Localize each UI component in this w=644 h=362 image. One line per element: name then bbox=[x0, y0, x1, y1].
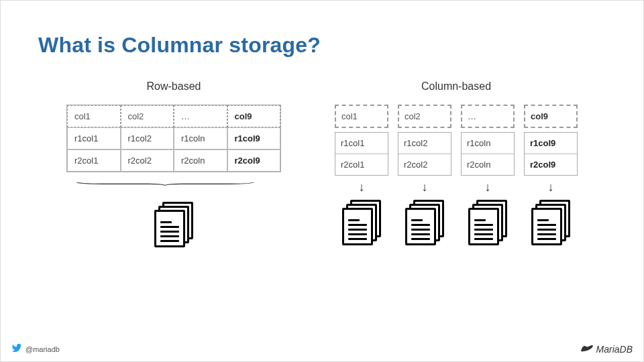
header-cell: col9 bbox=[227, 105, 281, 127]
data-cell: r1coln bbox=[462, 133, 514, 154]
file-stack-icon bbox=[342, 200, 381, 245]
row-based-file-output bbox=[154, 202, 193, 247]
data-cell: r1col9 bbox=[525, 133, 577, 154]
file-stack-icon bbox=[405, 200, 444, 245]
column-based-panel: Column-based col1 r1col1 r2col1 col2 r1c… bbox=[335, 80, 578, 247]
data-cell: r1col2 bbox=[121, 127, 174, 149]
twitter-bird-icon bbox=[11, 343, 22, 356]
curly-brace-icon: ︸ bbox=[70, 181, 277, 190]
data-cell: r2col1 bbox=[67, 149, 121, 172]
header-cell: … bbox=[461, 105, 515, 128]
brand-name: MariaDB bbox=[596, 344, 633, 355]
column-based-arrows: ↓ ↓ ↓ bbox=[335, 178, 578, 245]
twitter-handle-text: @mariadb bbox=[25, 345, 60, 353]
brand-logo: MariaDB bbox=[580, 343, 633, 355]
header-cell: col1 bbox=[67, 105, 121, 127]
column-group: col9 r1col9 r2col9 bbox=[524, 105, 578, 176]
table-header-row: col1 col2 … col9 bbox=[67, 105, 280, 127]
data-cell: r2col9 bbox=[227, 149, 281, 172]
data-cell: r1col1 bbox=[335, 133, 388, 154]
arrow-down-icon: ↓ bbox=[422, 181, 428, 193]
row-based-label: Row-based bbox=[147, 80, 201, 93]
diagram-container: Row-based col1 col2 … col9 r1col1 r1col2… bbox=[38, 80, 606, 247]
twitter-handle: @mariadb bbox=[11, 343, 60, 356]
row-based-table: col1 col2 … col9 r1col1 r1col2 r1coln r1… bbox=[66, 105, 281, 172]
column-based-table: col1 r1col1 r2col1 col2 r1col2 r2col2 … bbox=[335, 105, 578, 176]
data-cell: r1coln bbox=[174, 127, 227, 149]
data-cell: r2coln bbox=[462, 154, 514, 175]
slide-title: What is Columnar storage? bbox=[38, 33, 606, 58]
data-cell: r2col2 bbox=[121, 149, 174, 172]
column-based-label: Column-based bbox=[421, 80, 491, 93]
header-cell: col2 bbox=[398, 105, 451, 128]
table-row: r2col1 r2col2 r2coln r2col9 bbox=[67, 149, 280, 172]
header-cell: col1 bbox=[335, 105, 388, 128]
seal-icon bbox=[580, 343, 594, 355]
file-stack-icon bbox=[531, 200, 570, 245]
arrow-down-icon: ↓ bbox=[548, 181, 554, 193]
file-stack-icon bbox=[154, 202, 193, 247]
arrow-down-icon: ↓ bbox=[359, 181, 365, 193]
data-cell: r1col1 bbox=[67, 127, 121, 149]
column-group: … r1coln r2coln bbox=[461, 105, 515, 176]
data-cell: r1col2 bbox=[398, 133, 451, 154]
column-group: col1 r1col1 r2col1 bbox=[335, 105, 388, 176]
file-stack-icon bbox=[468, 200, 507, 245]
header-cell: … bbox=[174, 105, 227, 127]
data-cell: r2col2 bbox=[398, 154, 451, 175]
column-group: col2 r1col2 r2col2 bbox=[398, 105, 451, 176]
table-row: r1col1 r1col2 r1coln r1col9 bbox=[67, 127, 280, 149]
row-based-panel: Row-based col1 col2 … col9 r1col1 r1col2… bbox=[66, 80, 281, 247]
data-cell: r2col1 bbox=[335, 154, 388, 175]
data-cell: r1col9 bbox=[227, 127, 281, 149]
header-cell: col2 bbox=[121, 105, 174, 127]
arrow-down-icon: ↓ bbox=[485, 181, 491, 193]
data-cell: r2col9 bbox=[525, 154, 577, 175]
data-cell: r2coln bbox=[174, 149, 227, 172]
header-cell: col9 bbox=[524, 105, 578, 128]
footer: @mariadb MariaDB bbox=[1, 343, 643, 356]
